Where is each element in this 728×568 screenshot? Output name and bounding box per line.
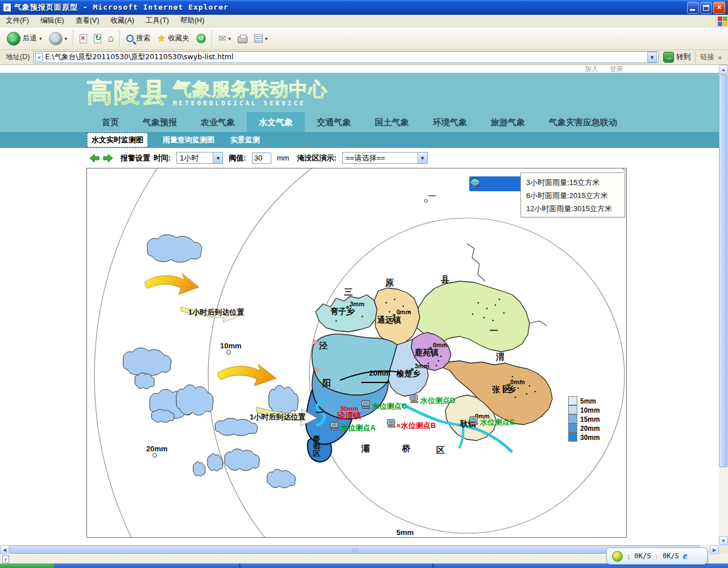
logo-county: 高陵县 (86, 76, 168, 108)
ie-app-icon: e (3, 3, 11, 12)
menu-help[interactable]: 帮助(H) (175, 15, 210, 27)
vertical-scroll-thumb[interactable] (719, 75, 727, 467)
go-button[interactable]: → 转到 (659, 51, 695, 64)
flood-select[interactable]: ==请选择== ▼ (342, 152, 428, 164)
back-button[interactable]: ← 后退 ▾ (3, 29, 46, 48)
svg-text:区: 区 (313, 449, 320, 458)
tab-agriculture[interactable]: 农业气象 (189, 112, 247, 132)
print-button[interactable] (234, 29, 251, 48)
svg-text:县: 县 (440, 274, 449, 284)
flood-select-arrow-icon[interactable]: ▼ (417, 153, 427, 163)
start-button-sliver[interactable] (0, 563, 54, 568)
station-A-icon (330, 422, 338, 430)
areal-rainfall-info-box: 3小时面雨量:15立方米 6小时面雨量:2015立方米 12小时面雨量:3015… (520, 172, 625, 217)
tab-tourism[interactable]: 旅游气象 (479, 112, 537, 132)
scroll-up-icon[interactable]: ▲ (719, 65, 728, 74)
menu-tools[interactable]: 工具(T) (140, 15, 175, 27)
favorites-button[interactable]: ★ 收藏夹 (154, 29, 193, 48)
mail-button[interactable]: ✉ ▾ (215, 29, 234, 48)
toolbar-divider (212, 30, 213, 47)
station-E-icon (470, 417, 478, 425)
threshold-label: 阀值: (229, 153, 246, 163)
refresh-button[interactable]: ↻ (90, 29, 105, 48)
menu-file[interactable]: 文件(F) (0, 15, 35, 27)
legend-item: 5mm (568, 396, 600, 405)
minimize-button[interactable] (687, 2, 699, 14)
subnav-rain-query[interactable]: 雨量查询监测图 (155, 135, 222, 145)
legend-item: 20mm (568, 423, 600, 433)
time-select-arrow-icon[interactable]: ▼ (213, 153, 222, 163)
svg-text:弯子乡: 弯子乡 (330, 307, 354, 316)
tab-home[interactable]: 首页 (90, 112, 131, 132)
svg-text:渭: 渭 (495, 352, 504, 361)
menu-edit[interactable]: 编辑(E) (35, 15, 70, 27)
browser-viewport: 加入 登录 高陵县 气象服务联动中心 METEOROLOGICAL SERVIC… (0, 65, 719, 545)
subnav-realtime-monitor[interactable]: 水文实时监测图 (87, 133, 148, 147)
forward-button[interactable]: → ▾ (46, 29, 71, 48)
restore-button[interactable] (700, 2, 712, 14)
svg-text:水位测点D: 水位测点D (420, 396, 455, 405)
svg-text:鹿苑镇: 鹿苑镇 (414, 348, 439, 357)
svg-text:原: 原 (384, 278, 394, 287)
address-dropdown-icon[interactable]: ▼ (647, 52, 657, 63)
back-dropdown-icon[interactable]: ▾ (39, 36, 42, 42)
map-zoom-out-icon[interactable] (485, 178, 497, 190)
tab-traffic[interactable]: 交通气象 (305, 112, 363, 132)
next-arrow-icon[interactable] (103, 154, 113, 162)
tab-environment[interactable]: 环境气象 (421, 112, 479, 132)
ie-shortcut-icon[interactable]: e (683, 550, 688, 562)
join-link[interactable]: 加入 (585, 65, 598, 73)
address-label: 地址(D) (2, 52, 34, 62)
station-D[interactable]: 水位测点D (410, 395, 455, 405)
toolbar-divider (73, 30, 74, 47)
tab-weather-forecast[interactable]: 气象预报 (131, 112, 189, 132)
station-B-icon (387, 419, 395, 427)
svg-text:张卜乡: 张卜乡 (492, 385, 516, 394)
logo-subtitle: METEOROLOGICAL SERVICE (173, 100, 328, 107)
forward-dropdown-icon[interactable]: ▾ (65, 36, 68, 42)
history-button[interactable]: ↺ (193, 29, 209, 48)
scroll-right-icon[interactable]: ▶ (710, 545, 719, 554)
prev-arrow-icon[interactable] (90, 154, 100, 162)
mail-dropdown-icon[interactable]: ▾ (229, 36, 231, 42)
scroll-left-icon[interactable]: ◀ (0, 545, 9, 554)
ring-label-10mm: 10mm (220, 341, 242, 350)
address-input[interactable]: e E:\气象台\原型20110530\原型20110530\swyb-list… (34, 51, 659, 63)
vertical-scrollbar[interactable]: ▲ ▼ (719, 65, 728, 545)
login-link[interactable]: 登录 (610, 65, 623, 73)
alarm-settings-label: 报警设置 (121, 153, 150, 163)
map-pan-hand-icon[interactable] (498, 178, 510, 190)
home-button[interactable]: ⌂ (105, 29, 117, 48)
svg-text:泾渭镇: 泾渭镇 (337, 411, 361, 420)
tab-land[interactable]: 国土气象 (363, 112, 421, 132)
menu-favorites[interactable]: 收藏(A) (105, 15, 140, 27)
radar-map[interactable]: 10mm 20mm 5mm (86, 168, 627, 538)
station-B[interactable]: × 水位测点B (387, 419, 436, 430)
menu-view[interactable]: 查看(V) (70, 15, 105, 27)
edit-button[interactable]: ▾ (251, 29, 271, 48)
threshold-input[interactable]: 30 (252, 153, 271, 164)
edit-dropdown-icon[interactable]: ▾ (265, 36, 268, 42)
close-button[interactable]: × (713, 2, 725, 14)
print-icon (238, 36, 247, 43)
legend-item: 15mm (568, 414, 600, 423)
search-button[interactable]: 搜索 (123, 29, 154, 48)
security-ball-icon[interactable] (612, 551, 623, 562)
svg-text:水位测点E: 水位测点E (479, 418, 515, 426)
go-arrow-icon: → (663, 52, 674, 63)
windows-logo-icon (715, 15, 728, 27)
tab-disaster-emergency[interactable]: 气象灾害应急联动 (537, 112, 629, 132)
horizontal-scroll-thumb[interactable] (10, 545, 700, 554)
legend-item: 10mm (568, 405, 600, 414)
back-icon: ← (7, 32, 20, 46)
scroll-down-icon[interactable]: ▼ (719, 536, 728, 545)
subnav-live-monitor[interactable]: 实景监测 (222, 135, 268, 145)
network-speed-widget[interactable]: ↓ 0K/S ↑ 0K/S e (606, 548, 708, 565)
time-select[interactable]: 1小时 ▼ (176, 152, 223, 164)
tab-hydrology[interactable]: 水文气象 (247, 112, 305, 132)
time-label: 时间: (154, 153, 171, 163)
main-nav: 首页 气象预报 农业气象 水文气象 交通气象 国土气象 环境气象 旅游气象 气象… (0, 112, 719, 132)
links-button[interactable]: 链接 » (695, 51, 726, 64)
stop-button[interactable]: × (76, 29, 90, 48)
window-title: 气象预报页面原型 - Microsoft Internet Explorer (14, 2, 686, 13)
